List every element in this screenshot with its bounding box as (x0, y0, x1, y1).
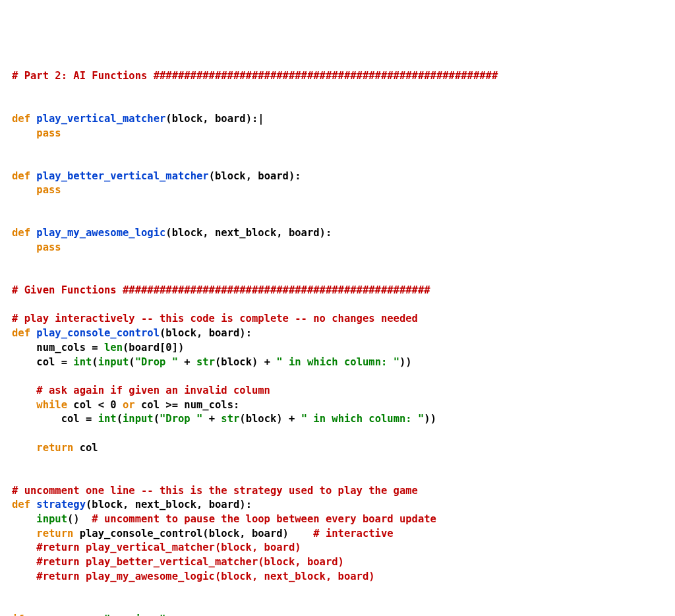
code-token: () (67, 513, 92, 525)
code-token: (block, board): (165, 113, 258, 125)
code-token: return (36, 528, 73, 539)
code-token (12, 556, 36, 568)
code-token: str (221, 413, 239, 425)
code-token (12, 184, 36, 196)
code-token: )) (399, 356, 412, 368)
code-token: "Drop " (160, 413, 202, 425)
code-token: len (104, 342, 123, 354)
code-line: #return play_better_vertical_matcher(blo… (12, 555, 663, 570)
code-token (12, 528, 36, 539)
code-token: )) (424, 413, 436, 425)
code-token: or (123, 399, 135, 411)
code-token: def (12, 227, 30, 239)
code-token: int (73, 356, 92, 368)
code-token: (board[0]) (123, 342, 184, 354)
code-token: + (202, 413, 221, 425)
code-token (12, 570, 36, 582)
code-line: # Given Functions ######################… (12, 284, 663, 298)
code-line: # play interactively -- this code is com… (12, 312, 663, 326)
code-line (12, 198, 663, 212)
code-token: (block) + (239, 413, 301, 425)
code-token: def (12, 327, 30, 339)
code-line: def strategy(block, next_block, board): (12, 498, 663, 512)
code-line (12, 140, 663, 155)
code-token: def (12, 170, 30, 182)
code-token: play_better_vertical_matcher (36, 170, 208, 182)
code-token (12, 442, 36, 454)
code-token (12, 241, 36, 253)
code-token: __name__ == (24, 613, 104, 616)
code-line (12, 155, 663, 169)
code-token: "Drop " (135, 356, 178, 368)
code-token: play_my_awesome_logic (36, 227, 165, 239)
code-token: col < 0 (67, 399, 123, 411)
code-line: #return play_my_awesome_logic(block, nex… (12, 570, 663, 584)
code-token: input (36, 513, 67, 525)
code-line (12, 83, 663, 98)
code-line: # Part 2: AI Functions #################… (12, 69, 663, 84)
code-token: col (73, 442, 98, 454)
code-token: num_cols = (12, 342, 104, 354)
code-token: (block) + (215, 356, 276, 368)
code-token (12, 399, 36, 411)
code-token: input (123, 413, 154, 425)
code-line (12, 455, 663, 470)
code-token (12, 541, 36, 553)
code-token: play_vertical_matcher (36, 113, 165, 125)
code-token: pass (36, 184, 61, 196)
code-line: # ask again if given an invalid column (12, 384, 663, 398)
code-token (30, 113, 36, 125)
code-token: : (165, 613, 171, 616)
code-line: def play_vertical_matcher(block, board):… (12, 112, 663, 127)
code-line (12, 584, 663, 599)
code-token: # uncomment one line -- this is the stra… (12, 485, 418, 497)
code-token: ( (129, 356, 134, 368)
code-line: pass (12, 241, 663, 255)
code-token: input (98, 356, 129, 368)
code-token: #return play_vertical_matcher(block, boa… (36, 541, 301, 553)
code-token: strategy (36, 499, 86, 510)
code-token: pass (36, 241, 61, 253)
code-line: # uncomment one line -- this is the stra… (12, 484, 663, 499)
code-token: pass (36, 127, 61, 139)
code-line: pass (12, 127, 663, 141)
code-line: num_cols = len(board[0]) (12, 341, 663, 355)
code-token: while (36, 399, 67, 411)
code-token: + (178, 356, 196, 368)
code-token: # Given Functions ######################… (12, 284, 430, 296)
code-token: " in which column: " (301, 413, 425, 425)
code-token (30, 227, 36, 239)
code-token: (block, board): (160, 327, 252, 339)
code-line: input() # uncomment to pause the loop be… (12, 512, 663, 527)
code-token: col >= num_cols: (135, 399, 240, 411)
code-token: #return play_my_awesome_logic(block, nex… (36, 570, 374, 582)
code-token: (block, next_block, board): (86, 499, 252, 510)
code-token: # interactive (313, 528, 393, 539)
code-line (12, 212, 663, 227)
code-line: def play_my_awesome_logic(block, next_bl… (12, 226, 663, 241)
code-block: # Part 2: AI Functions #################… (12, 69, 663, 616)
code-token: # play interactively -- this code is com… (12, 313, 418, 324)
code-token (12, 127, 36, 139)
code-token: col = (12, 356, 73, 368)
code-token (30, 327, 36, 339)
code-line: col = int(input("Drop " + str(block) + "… (12, 412, 663, 427)
code-token: " in which column: " (276, 356, 399, 368)
code-token: "__main__" (104, 613, 165, 616)
code-line: while col < 0 or col >= num_cols: (12, 398, 663, 413)
code-token: if (12, 613, 24, 616)
code-token: # Part 2: AI Functions #################… (12, 70, 498, 82)
code-token: (block, board): (209, 170, 301, 182)
code-line: return col (12, 441, 663, 456)
code-token: int (98, 413, 117, 425)
code-line: return play_console_control(block, board… (12, 527, 663, 541)
code-token: ( (92, 356, 98, 368)
code-token: ( (154, 413, 160, 425)
code-line: def play_better_vertical_matcher(block, … (12, 169, 663, 184)
code-token: def (12, 113, 30, 125)
code-line: def play_console_control(block, board): (12, 326, 663, 341)
code-line (12, 427, 663, 441)
code-token (12, 513, 36, 525)
code-token: # uncomment to pause the loop between ev… (92, 513, 436, 525)
code-line: #return play_vertical_matcher(block, boa… (12, 541, 663, 555)
